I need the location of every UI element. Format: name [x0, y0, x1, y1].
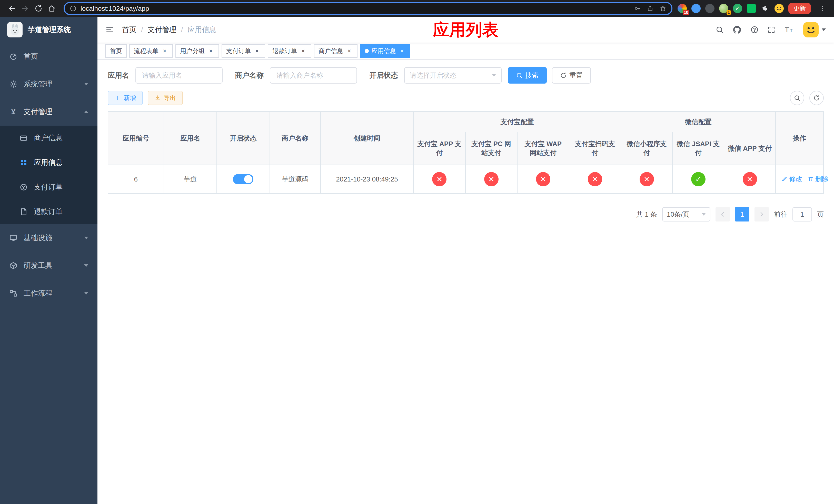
browser-reload-icon[interactable] — [32, 2, 45, 15]
page-number-button[interactable]: 1 — [735, 207, 749, 222]
extension-icon-2[interactable] — [692, 4, 701, 13]
page-content: 应用名 商户名称 开启状态 请选择开启状态 搜索 — [97, 60, 834, 504]
add-button[interactable]: 新增 — [108, 91, 142, 105]
col-alipay-pc: 支付宝 PC 网站支付 — [465, 132, 517, 165]
prev-page-button[interactable] — [716, 207, 730, 222]
sidebar-item-infrastructure[interactable]: 基础设施 — [0, 224, 97, 252]
font-size-icon[interactable]: TT — [784, 25, 794, 35]
export-button[interactable]: 导出 — [148, 91, 182, 105]
close-icon[interactable] — [207, 47, 214, 54]
close-icon[interactable] — [254, 47, 261, 54]
sidebar-item-app-info[interactable]: 应用信息 — [0, 150, 97, 175]
pagination-total: 共 1 条 — [636, 210, 657, 219]
pagination: 共 1 条 10条/页 1 前往 页 — [108, 207, 824, 222]
browser-forward-icon[interactable] — [19, 2, 32, 15]
status-icon: ✕ — [743, 172, 757, 186]
tags-view: 首页 流程表单 用户分组 支付订单 退款订单 — [97, 43, 834, 60]
extension-icon-3[interactable] — [705, 4, 715, 13]
tab-refund-orders[interactable]: 退款订单 — [268, 44, 311, 58]
edit-button[interactable]: 修改 — [782, 175, 803, 184]
page-size-select[interactable]: 10条/页 — [662, 207, 710, 222]
user-avatar[interactable] — [803, 22, 826, 38]
breadcrumb-separator — [141, 26, 143, 34]
github-icon[interactable] — [732, 25, 742, 35]
fullscreen-icon[interactable] — [767, 26, 775, 34]
goto-page-input[interactable] — [792, 207, 812, 222]
help-icon[interactable] — [750, 26, 759, 34]
sidebar-item-workflow[interactable]: 工作流程 — [0, 279, 97, 307]
status-icon: ✕ — [536, 172, 550, 186]
delete-button[interactable]: 删除 — [808, 175, 829, 184]
reset-button[interactable]: 重置 — [552, 67, 591, 84]
site-info-icon[interactable] — [70, 5, 76, 12]
extensions-puzzle-icon[interactable] — [761, 4, 770, 13]
refresh-button[interactable] — [809, 91, 824, 105]
breadcrumb-payment[interactable]: 支付管理 — [148, 25, 176, 35]
search-button[interactable]: 搜索 — [508, 67, 547, 84]
screen: localhost:1024/pay/app 10 1 — [0, 0, 834, 504]
col-merchant: 商户名称 — [270, 112, 321, 165]
tab-user-group[interactable]: 用户分组 — [175, 44, 219, 58]
apps-table: 应用编号 应用名 开启状态 商户名称 创建时间 支付宝配置 微信配置 操作 支付… — [108, 111, 824, 194]
breadcrumb-current: 应用信息 — [188, 25, 216, 35]
status-icon: ✕ — [432, 172, 446, 186]
extension-icon-4[interactable]: 1 — [719, 4, 728, 13]
cell-merchant: 芋道源码 — [270, 165, 321, 193]
cell-app-name: 芋道 — [164, 165, 217, 193]
app-name-input[interactable] — [135, 67, 223, 84]
browser-toolbar: localhost:1024/pay/app 10 1 — [0, 0, 834, 17]
profile-avatar-icon[interactable] — [774, 4, 784, 13]
merchant-name-input[interactable] — [270, 67, 357, 84]
app-logo[interactable]: 芋道管理系统 — [0, 17, 97, 43]
toggle-search-button[interactable] — [790, 91, 804, 105]
sidebar-item-merchant-info[interactable]: 商户信息 — [0, 125, 97, 150]
extension-icon-5[interactable]: ✓ — [733, 4, 742, 13]
enabled-switch[interactable] — [233, 174, 254, 184]
next-page-button[interactable] — [754, 207, 769, 222]
breadcrumb-home[interactable]: 首页 — [122, 25, 136, 35]
col-wechat-jsapi: 微信 JSAPI 支付 — [673, 132, 724, 165]
sidebar-item-dev-tools[interactable]: 研发工具 — [0, 252, 97, 279]
status-select[interactable]: 请选择开启状态 — [404, 67, 502, 84]
chevron-down-icon — [84, 292, 88, 295]
sidebar-item-payment[interactable]: ¥ 支付管理 — [0, 98, 97, 125]
tab-process-form[interactable]: 流程表单 — [129, 44, 173, 58]
tab-merchant-info[interactable]: 商户信息 — [314, 44, 357, 58]
password-key-icon[interactable] — [634, 5, 641, 12]
app-name-label: 应用名 — [108, 70, 129, 80]
extension-icon-1[interactable]: 10 — [678, 4, 687, 13]
share-icon[interactable] — [647, 5, 654, 12]
col-app-name: 应用名 — [164, 112, 217, 165]
sidebar-item-payment-orders[interactable]: 支付订单 — [0, 175, 97, 200]
sidebar-item-home[interactable]: 首页 — [0, 43, 97, 70]
tab-payment-orders[interactable]: 支付订单 — [222, 44, 265, 58]
browser-menu-icon[interactable] — [815, 2, 829, 15]
document-icon — [20, 208, 28, 216]
sidebar-item-system[interactable]: 系统管理 — [0, 70, 97, 98]
header-search-icon[interactable] — [716, 26, 724, 34]
tab-home[interactable]: 首页 — [105, 44, 127, 58]
bookmark-star-icon[interactable] — [660, 5, 666, 12]
sidebar-item-refund-orders[interactable]: 退款订单 — [0, 200, 97, 224]
address-bar[interactable]: localhost:1024/pay/app — [64, 2, 673, 15]
hamburger-icon[interactable] — [106, 26, 114, 34]
chevron-up-icon — [84, 111, 88, 113]
close-icon[interactable] — [398, 47, 406, 54]
browser-home-icon[interactable] — [45, 2, 59, 15]
close-icon[interactable] — [300, 47, 307, 54]
browser-back-icon[interactable] — [5, 2, 19, 15]
svg-text:T: T — [785, 26, 789, 34]
col-app-id: 应用编号 — [108, 112, 164, 165]
tab-app-info[interactable]: 应用信息 — [360, 44, 410, 58]
browser-update-button[interactable]: 更新 — [788, 3, 811, 14]
group-wechat-config: 微信配置 — [621, 112, 775, 132]
col-created: 创建时间 — [321, 112, 414, 165]
merchant-name-label: 商户名称 — [235, 70, 264, 80]
extension-icon-6[interactable] — [747, 4, 756, 13]
grid-icon — [20, 158, 28, 167]
yen-icon: ¥ — [9, 108, 18, 116]
close-icon[interactable] — [346, 47, 353, 54]
top-navbar: 首页 支付管理 应用信息 应用列表 — [97, 17, 834, 43]
order-icon — [20, 183, 28, 191]
close-icon[interactable] — [161, 47, 168, 54]
